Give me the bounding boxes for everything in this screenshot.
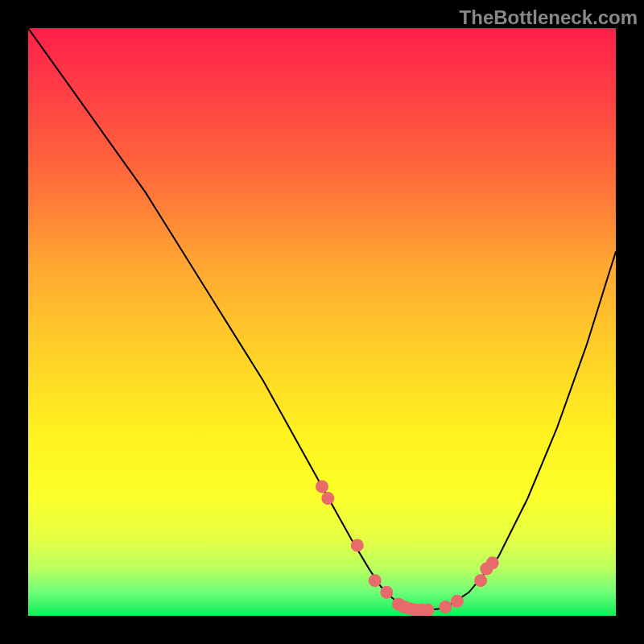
data-marker (316, 480, 328, 493)
data-marker (351, 539, 364, 551)
data-markers (316, 480, 499, 616)
watermark-text: TheBottleneck.com (460, 6, 638, 29)
data-marker (474, 574, 487, 587)
data-marker (421, 604, 434, 616)
plot-area (28, 28, 616, 616)
bottleneck-curve (28, 28, 616, 610)
data-marker (321, 492, 334, 505)
data-marker (380, 586, 393, 599)
chart-container: TheBottleneck.com (0, 0, 644, 644)
chart-svg (28, 28, 616, 616)
data-marker (451, 595, 464, 608)
data-marker (486, 556, 499, 569)
data-marker (439, 601, 452, 613)
data-marker (369, 574, 382, 587)
